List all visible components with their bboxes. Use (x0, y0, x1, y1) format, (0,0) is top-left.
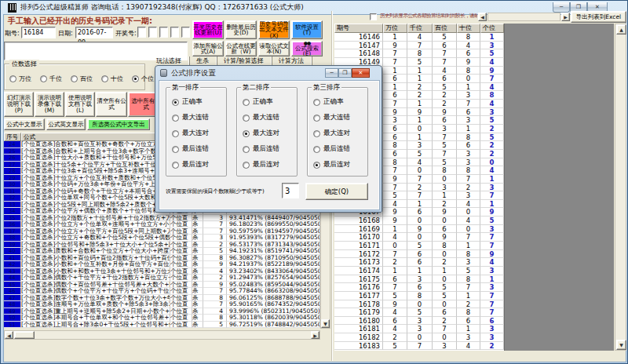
formula-row[interactable]: 44[个位直选杀]偶数个+千位平方+千位2指数方+百位立方+千位个位直杀291.… (4, 275, 320, 282)
history-row[interactable]: 1616890045 (334, 217, 504, 225)
delete-last-history-button[interactable]: 删除最后历史(D) (225, 20, 257, 39)
history-row[interactable]: 1617326234 (334, 258, 504, 267)
formula-row[interactable]: 35[个位直选杀]个位2指数方+十位邻号差+十位2指数方+万位个位直杀393.4… (4, 215, 320, 222)
history-row[interactable]: 1617676573 (334, 283, 504, 292)
label-scroll-left-button[interactable]: ◀ (478, 13, 487, 21)
draw-number-box[interactable] (137, 27, 146, 38)
history-row[interactable]: 1617890027 (334, 300, 504, 309)
formula-row[interactable]: 51[个位直选杀]上期号合+除3余0+千位5段+个位邻号和+偶数个个位直杀596… (4, 322, 320, 329)
formula-scroll-right-button[interactable]: ▶ (311, 331, 319, 339)
history-row[interactable]: 1617945687 (334, 308, 504, 317)
dialog-maximize-button[interactable]: ❐ (338, 68, 352, 78)
limit-input[interactable] (282, 183, 299, 198)
add-formula-button[interactable]: 添加所输公式(A) (192, 41, 224, 56)
formula-cell: [个位直选杀]合数和+百位互补数+奇数个+万位立方+ (21, 141, 170, 148)
demo-video-download-button[interactable]: 演示说明录像下载(M) (35, 92, 64, 117)
sort-radio-1-0[interactable]: 正确率 (172, 97, 203, 107)
history-row[interactable]: 1614614581 (334, 33, 504, 42)
sort-radio-1-1[interactable]: 最大连错 (172, 113, 209, 122)
date-input[interactable]: 2016-07-09 (75, 27, 113, 38)
history-row[interactable]: 1618357342 (334, 342, 504, 351)
slideshow-guide-download-button[interactable]: 幻灯演示说明下载(P) (4, 92, 34, 117)
history-vscrollbar[interactable]: ▲ ▼ (615, 24, 626, 351)
history-scroll-down-button[interactable]: ▼ (616, 340, 626, 350)
formula-hscroll-thumb[interactable] (14, 331, 35, 339)
draw-number-box[interactable] (181, 27, 190, 38)
minimize-button[interactable]: ─ (553, 2, 570, 13)
formula-row[interactable]: 42[个位直选杀]小数和+个位互补数+月份+百位平方+百位单双个位直杀994.2… (4, 261, 320, 268)
formula-row[interactable]: 36[个位直选杀]个位立方+个位单双+连顺号+十位立方+小数和个位直杀796.1… (4, 221, 320, 228)
formula-row[interactable]: 40[个位直选杀]质数和+合数和+个位立方+个位大小+跨度+千位个位直杀594.… (4, 248, 320, 255)
history-row[interactable]: 1614797643 (334, 42, 504, 50)
history-row[interactable]: 1616919603 (334, 225, 504, 234)
update-history-online-button[interactable]: 开奖历史在线更新(U) (192, 20, 224, 39)
history-row[interactable]: 1617105817 (334, 242, 504, 250)
draw-number-box[interactable] (159, 27, 168, 38)
formula-row[interactable]: 49[个位直选杀]重上期号+逆顺号+除5余2+日期+小数个+百位邻个位直杀493… (4, 308, 320, 315)
digit-radio-0[interactable]: 万位 (9, 75, 31, 83)
clear-all-formulas-button[interactable]: 清空所有公式 (96, 92, 127, 117)
issue-input[interactable]: 16184 (21, 27, 56, 38)
label-scroll-track[interactable] (487, 13, 560, 21)
history-row[interactable]: 1617276089 (334, 250, 504, 259)
draw-number-box[interactable] (170, 27, 179, 38)
formula-scroll-down-button[interactable]: ▼ (321, 319, 330, 328)
sort-radio-3-0[interactable]: 正确率 (313, 97, 344, 107)
formula-row[interactable]: 48[个位直选杀]连顺号+万位单双+质数个+除5余3+除3余2+千位个位直杀79… (4, 301, 320, 308)
formula-row[interactable]: 43[个位直选杀]小数和+和数+千位3余+十位邻号和+万位大小+个位直杀493.… (4, 268, 320, 275)
digit-cell: 0 (457, 225, 480, 234)
sort-radio-2-1[interactable]: 最大连错 (243, 113, 279, 122)
read-formula-text-button[interactable]: 读取公式文本(N) (258, 41, 290, 56)
history-row[interactable]: 1617758517 (334, 292, 504, 300)
formula-row[interactable]: 46[个位直选杀]偶数个+个位平方+十位平方+个位码+千位邻号个位直杀795.7… (4, 288, 320, 295)
formula-hscrollbar[interactable]: ◀ ▶ (4, 330, 320, 340)
sort-radio-1-2[interactable]: 最大连对 (172, 129, 209, 138)
sort-radio-3-3[interactable]: 最后连错 (313, 144, 350, 154)
history-row[interactable]: 1618063266 (334, 317, 504, 326)
formula-row[interactable]: 39[个位直选杀]个位邻号和+除5余3+十位大小+个位5余+跨度+个位直杀296… (4, 242, 320, 249)
digit-radio-3[interactable]: 十位 (101, 75, 123, 83)
sort-radio-2-4[interactable]: 最后连对 (243, 160, 279, 169)
label-scroll-right-button[interactable]: ▶ (561, 13, 570, 21)
digit-radio-1[interactable]: 千位 (40, 75, 62, 83)
history-row[interactable]: 1614878765 (334, 49, 504, 58)
software-settings-button[interactable]: 软件设置(T) (291, 20, 323, 39)
formula-scroll-left-button[interactable]: ◀ (5, 331, 13, 339)
formula-row[interactable]: 50[个位直选杀]本期号合+千位单双+和个位+十位邻号差+百位个位直杀895.3… (4, 315, 320, 322)
formula-search-button[interactable]: ●●公式搜索(E) (291, 41, 323, 56)
export-history-text-button[interactable]: 历史号码导出文本文件(X) (258, 20, 290, 39)
digit-radio-4[interactable]: 个位 (132, 75, 154, 83)
export-selected-button[interactable]: 所选类公式中文导出 (87, 118, 150, 130)
sort-radio-1-4[interactable]: 最后连对 (172, 160, 209, 169)
sort-radio-2-2[interactable]: 最大连对 (243, 129, 279, 138)
sort-radio-3-4[interactable]: 最后连对 (313, 160, 350, 169)
sort-radio-3-2[interactable]: 最大连对 (313, 129, 350, 138)
history-row[interactable]: 1617411153 (334, 267, 504, 275)
history-verify-checkbox[interactable] (370, 13, 377, 20)
history-row[interactable]: 1617040977 (334, 233, 504, 242)
dialog-title-bar[interactable]: 公式排序设置 ─ ❐ ✕ (155, 66, 382, 80)
lang-tab-english[interactable]: 公式英文显示 (46, 118, 86, 130)
history-row[interactable]: 1618220033 (334, 333, 504, 342)
ok-button[interactable]: 确定(Q) (305, 183, 368, 200)
sort-radio-2-3[interactable]: 最后连错 (243, 144, 279, 154)
digit-radio-2[interactable]: 百位 (71, 75, 93, 83)
history-scroll-up-button[interactable]: ▲ (616, 24, 626, 35)
draw-number-box[interactable] (148, 27, 157, 38)
formula-row[interactable]: 37[个位直选杀]个位立方+个位平方+百位5段+同上期数+万位2个位直杀790.… (4, 228, 320, 235)
sort-radio-1-3[interactable]: 最后连错 (172, 144, 209, 154)
history-row[interactable]: 1617563081 (334, 275, 504, 284)
formula-row[interactable]: 47[个位直选杀]数字个数+十位3余+数字个数+万位大小+年份合个位直杀896.… (4, 295, 320, 302)
sort-radio-3-1[interactable]: 最大连错 (313, 113, 350, 122)
formula-row[interactable]: 45[个位直选杀]偶数个+百位邻号差+十位邻号差+大数个+除3余个位直杀995.… (4, 282, 320, 289)
formula-online-update-button[interactable]: 公式在线更新（W) (225, 41, 257, 56)
history-row[interactable]: 1618143713 (334, 325, 504, 333)
formula-row[interactable]: 38[个位直选杀]个位立方+奇数和+个位5段+个位5段+偶数和+月个位直杀391… (4, 235, 320, 242)
manual-doc-download-button[interactable]: 使用说明文档下载(L) (65, 92, 95, 117)
dialog-close-button[interactable]: ✕ (352, 68, 370, 78)
dialog-minimize-button[interactable]: ─ (325, 68, 338, 78)
formula-row[interactable]: 41[个位直选杀]小数和+百位码+百位2指数方+十位码+百位5段个位直杀896.… (4, 255, 320, 262)
lang-tab-chinese[interactable]: 公式中文显示 (4, 118, 45, 130)
export-excel-button[interactable]: 导出列表到Excel (571, 11, 626, 23)
sort-radio-2-0[interactable]: 正确率 (243, 97, 273, 107)
